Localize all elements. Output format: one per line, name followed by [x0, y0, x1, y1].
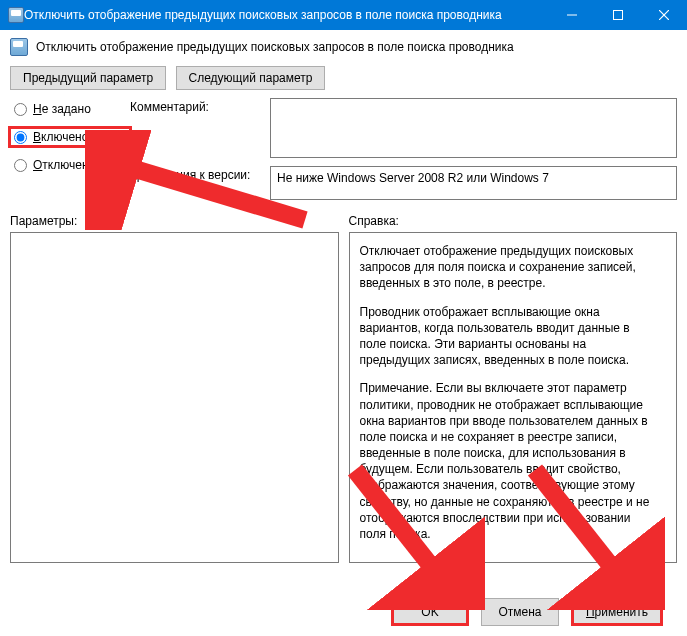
version-label: Требования к версии:	[130, 166, 270, 200]
radio-disabled-label: Отключено	[33, 158, 95, 172]
close-button[interactable]	[641, 0, 687, 30]
help-box: Отключает отображение предыдущих поисков…	[349, 232, 678, 563]
window-controls	[549, 0, 687, 30]
ok-button[interactable]: OK	[391, 598, 469, 626]
next-setting-button[interactable]: Следующий параметр	[176, 66, 326, 90]
version-text: Не ниже Windows Server 2008 R2 или Windo…	[277, 171, 549, 185]
radio-not-configured-input[interactable]	[14, 103, 27, 116]
version-box: Не ниже Windows Server 2008 R2 или Windo…	[270, 166, 677, 200]
previous-setting-button[interactable]: Предыдущий параметр	[10, 66, 166, 90]
radio-enabled-input[interactable]	[14, 131, 27, 144]
dialog-buttons: OK Отмена Применить	[391, 598, 669, 626]
titlebar: Отключить отображение предыдущих поисков…	[0, 0, 687, 30]
nav-buttons: Предыдущий параметр Следующий параметр	[0, 62, 687, 98]
svg-rect-1	[614, 11, 623, 20]
help-label: Справка:	[349, 214, 678, 228]
window-title: Отключить отображение предыдущих поисков…	[24, 8, 549, 22]
policy-icon	[10, 38, 28, 56]
policy-header: Отключить отображение предыдущих поисков…	[0, 30, 687, 62]
params-box	[10, 232, 339, 563]
apply-button[interactable]: Применить	[571, 598, 663, 626]
comment-label: Комментарий:	[130, 98, 270, 158]
params-label: Параметры:	[10, 214, 339, 228]
radio-enabled-label: Включено	[33, 130, 88, 144]
state-radios: Не задано Включено Отключено	[10, 98, 130, 208]
comment-textarea[interactable]	[270, 98, 677, 158]
radio-not-configured-label: Не задано	[33, 102, 91, 116]
radio-enabled[interactable]: Включено	[10, 128, 130, 146]
policy-title: Отключить отображение предыдущих поисков…	[36, 40, 514, 54]
cancel-button[interactable]: Отмена	[481, 598, 559, 626]
help-paragraph: Примечание. Если вы включаете этот парам…	[360, 380, 659, 542]
minimize-button[interactable]	[549, 0, 595, 30]
radio-disabled-input[interactable]	[14, 159, 27, 172]
maximize-button[interactable]	[595, 0, 641, 30]
radio-disabled[interactable]: Отключено	[10, 156, 130, 174]
help-paragraph: Проводник отображает всплывающие окна ва…	[360, 304, 659, 369]
radio-not-configured[interactable]: Не задано	[10, 100, 130, 118]
help-paragraph: Отключает отображение предыдущих поисков…	[360, 243, 659, 292]
window-icon	[8, 7, 24, 23]
